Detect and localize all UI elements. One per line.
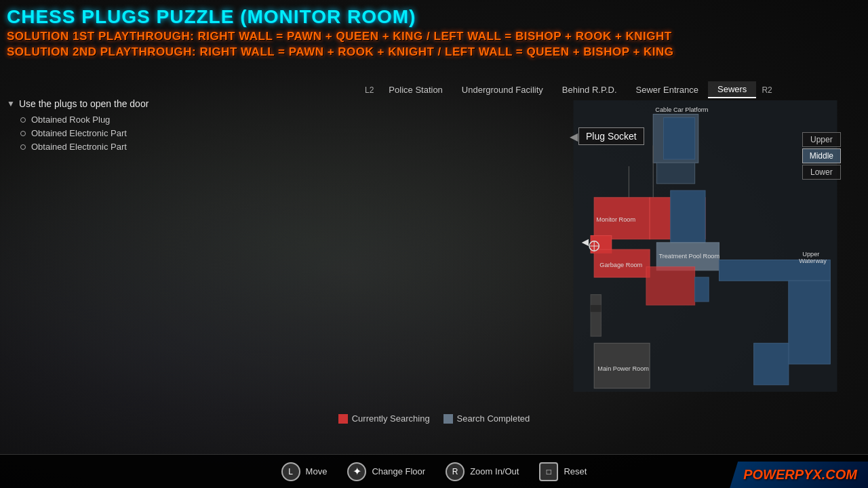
- searching-color-swatch: [338, 414, 348, 424]
- objective-sub-3: Obtained Electronic Part: [20, 142, 251, 152]
- svg-rect-10: [646, 267, 695, 305]
- powerpyx-branding: POWERPYX.COM: [730, 462, 868, 488]
- zoom-icon: R: [446, 462, 465, 481]
- objective-main: ▼ Use the plugs to open the door: [7, 98, 251, 109]
- reset-label: Reset: [564, 466, 587, 476]
- powerpyx-prefix: POWER: [743, 467, 795, 482]
- plug-socket-tooltip: Plug Socket: [578, 127, 644, 145]
- tab-behind-rpd[interactable]: Behind R.P.D.: [553, 82, 627, 98]
- svg-text:Cable Car Platform: Cable Car Platform: [655, 106, 709, 113]
- control-change-floor: ✦ Change Floor: [347, 462, 425, 481]
- tab-sewers[interactable]: Sewers: [708, 81, 756, 98]
- map-legend: Currently Searching Search Completed: [0, 413, 868, 424]
- change-floor-icon: ✦: [347, 462, 366, 481]
- l2-controller: L2: [359, 83, 379, 98]
- control-reset: □ Reset: [539, 462, 587, 481]
- svg-rect-6: [671, 190, 705, 243]
- puzzle-header: CHESS PLUGS PUZZLE (MONITOR ROOM) SOLUTI…: [7, 5, 674, 60]
- objective-sub-2: Obtained Electronic Part: [20, 128, 251, 138]
- svg-rect-14: [754, 343, 789, 384]
- r2-controller: R2: [756, 83, 777, 98]
- svg-text:Main Power Room: Main Power Room: [597, 365, 649, 372]
- svg-text:Monitor Room: Monitor Room: [596, 216, 635, 223]
- control-move: L Move: [281, 462, 328, 481]
- powerpyx-text: POWERPYX.COM: [743, 467, 857, 483]
- svg-text:Garbage Room: Garbage Room: [599, 262, 642, 268]
- floor-lower[interactable]: Lower: [802, 165, 841, 180]
- tab-sewer-entrance[interactable]: Sewer Entrance: [627, 82, 709, 98]
- floor-upper[interactable]: Upper: [802, 132, 841, 147]
- tab-underground-facility[interactable]: Underground Facility: [452, 82, 553, 98]
- control-zoom: R Zoom In/Out: [446, 462, 519, 481]
- chevron-icon: ▼: [7, 99, 15, 108]
- move-icon: L: [281, 462, 300, 481]
- solution-2: SOLUTION 2ND PLAYTHROUGH: RIGHT WALL = P…: [7, 44, 674, 60]
- floor-middle[interactable]: Middle: [802, 148, 841, 163]
- powerpyx-suffix: PYX.COM: [795, 467, 857, 482]
- svg-rect-2: [656, 163, 694, 184]
- objectives-panel: ▼ Use the plugs to open the door Obtaine…: [7, 98, 251, 155]
- legend-searching: Currently Searching: [338, 413, 430, 424]
- legend-completed: Search Completed: [443, 413, 530, 424]
- svg-rect-13: [789, 281, 830, 364]
- change-floor-label: Change Floor: [372, 466, 425, 476]
- bullet-icon: [20, 144, 26, 150]
- floor-selector[interactable]: Upper Middle Lower: [802, 132, 841, 180]
- svg-rect-11: [695, 277, 709, 302]
- svg-text:Waterway: Waterway: [799, 258, 827, 264]
- bullet-icon: [20, 117, 26, 123]
- controls-bar: L Move ✦ Change Floor R Zoom In/Out □ Re…: [0, 454, 868, 488]
- svg-rect-3: [664, 118, 695, 159]
- tab-police-station[interactable]: Police Station: [379, 82, 452, 98]
- puzzle-title: CHESS PLUGS PUZZLE (MONITOR ROOM): [7, 5, 674, 28]
- reset-icon: □: [539, 462, 558, 481]
- move-label: Move: [306, 466, 328, 476]
- objective-sub-1: Obtained Rook Plug: [20, 115, 251, 125]
- svg-rect-18: [591, 305, 601, 312]
- svg-text:Treatment Pool Room: Treatment Pool Room: [658, 253, 719, 260]
- svg-rect-17: [591, 295, 601, 336]
- zoom-label: Zoom In/Out: [470, 466, 519, 476]
- bullet-icon: [20, 131, 26, 136]
- completed-color-swatch: [443, 414, 453, 424]
- map-tabs: L2 Police Station Underground Facility B…: [359, 81, 868, 98]
- solution-1: SOLUTION 1ST PLAYTHROUGH: RIGHT WALL = P…: [7, 28, 674, 45]
